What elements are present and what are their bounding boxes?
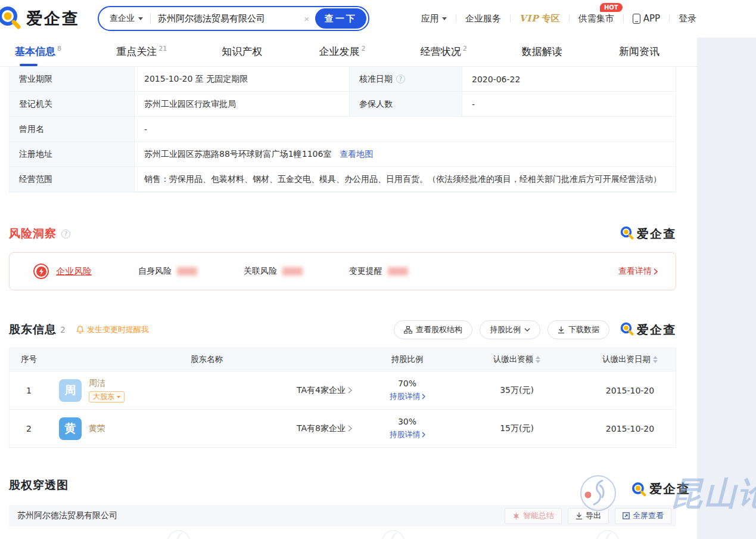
page-side-background — [697, 38, 756, 539]
related-risk-item[interactable]: 关联风险 — [244, 266, 303, 277]
nav-divider — [623, 14, 624, 23]
nav-enterprise-services[interactable]: 企业服务 — [465, 13, 501, 24]
shareholders-table: 序号 股东名称 持股比例 认缴出资额 认缴出资日期 1 周 周洁 大股东 — [9, 348, 676, 448]
major-shareholder-tag[interactable]: 大股东 — [89, 391, 125, 402]
nav-apps[interactable]: 应用 — [421, 13, 447, 24]
chevron-right-icon — [422, 394, 425, 399]
enterprise-risk-link[interactable]: 企业风险 — [56, 266, 92, 277]
search-category-dropdown[interactable]: 查企业 — [99, 13, 150, 24]
nav-supply-market[interactable]: 供需集市 HOT — [578, 13, 614, 24]
chevron-right-icon — [654, 268, 658, 275]
field-label: 曾用名 — [10, 117, 135, 141]
magnifier-logo-icon — [619, 225, 634, 243]
tab-label: 经营状况 — [421, 45, 461, 57]
brand-logo-text: 爱企查 — [26, 8, 80, 29]
sort-icon[interactable] — [536, 356, 540, 363]
view-map-link[interactable]: 查看地图 — [340, 149, 373, 160]
field-value: 销售：劳保用品、包装材料、钢材、五金交电、模具、办公用品、日用百货。（依法须经批… — [135, 167, 676, 191]
ai-summary-button[interactable]: 智能总结 — [505, 508, 562, 524]
chevron-right-icon — [422, 432, 425, 438]
column-header-date[interactable]: 认缴出资日期 — [583, 354, 677, 365]
shareholders-count: 2 — [60, 325, 66, 334]
tab-data-interpretation[interactable]: 数据解读 — [522, 45, 564, 58]
tab-company-development[interactable]: 企业发展2 — [319, 45, 365, 58]
blurred-risk-count — [177, 267, 197, 275]
row-number: 2 — [10, 424, 48, 433]
risk-section-header: 风险洞察 ? 爱企查 — [9, 225, 676, 243]
view-equity-structure-button[interactable]: 查看股权结构 — [394, 320, 472, 339]
holding-detail-link[interactable]: 持股详情 — [390, 429, 425, 440]
shareholders-section-header: 股东信息 2 发生变更时提醒我 查看股权结构 持股比例 下载数据 — [9, 320, 676, 339]
chevron-right-icon — [348, 425, 352, 432]
fullscreen-view-button[interactable]: 全屏查看 — [615, 508, 671, 524]
field-label: 营业期限 — [10, 67, 135, 91]
holding-detail-label: 持股详情 — [390, 429, 421, 440]
tab-label: 数据解读 — [522, 45, 562, 57]
risk-detail-link[interactable]: 查看详情 — [618, 266, 658, 277]
help-icon[interactable]: ? — [396, 75, 405, 83]
tab-key-concerns[interactable]: 重点关注21 — [116, 45, 167, 58]
column-header-amount[interactable]: 认缴出资额 — [450, 354, 583, 365]
column-header-name: 股东名称 — [48, 354, 364, 365]
change-alert-label: 变更提醒 — [349, 266, 382, 277]
nav-login-label: 登录 — [679, 13, 696, 24]
tab-operating-status[interactable]: 经营状况2 — [421, 45, 467, 58]
nav-divider — [669, 14, 670, 23]
subscribed-capital-cell: 15万(元) — [450, 423, 583, 434]
subscribed-date-cell: 2015-10-20 — [583, 386, 677, 395]
vip-zone-label: 专区 — [542, 13, 560, 24]
self-risk-item[interactable]: 自身风险 — [138, 266, 197, 277]
help-icon[interactable]: ? — [61, 230, 70, 238]
fullscreen-view-label: 全屏查看 — [633, 510, 664, 521]
search-input[interactable] — [151, 13, 298, 24]
chevron-down-icon — [138, 17, 143, 20]
shareholders-toolbar: 查看股权结构 持股比例 下载数据 爱企查 — [394, 320, 676, 339]
sort-icon[interactable] — [653, 356, 658, 363]
tab-count: 8 — [57, 45, 61, 52]
field-label: 核准日期 ? — [349, 67, 462, 91]
brand-watermark-text: 爱企查 — [637, 226, 676, 242]
brand-logo[interactable]: 爱企查 — [0, 4, 80, 33]
related-companies-link[interactable]: TA有8家企业 — [297, 423, 354, 434]
search-clear-button[interactable]: × — [298, 14, 315, 24]
blurred-risk-count — [282, 267, 303, 275]
column-header-ratio: 持股比例 — [364, 354, 450, 365]
penetration-section-header: 股权穿透图 — [9, 478, 676, 493]
field-value: - — [462, 92, 676, 116]
holding-ratio-cell: 30% 持股详情 — [364, 417, 450, 440]
chevron-down-icon — [524, 328, 530, 332]
tab-news[interactable]: 新闻资讯 — [619, 45, 661, 58]
avatar: 黄 — [59, 417, 82, 440]
row-number: 1 — [10, 386, 48, 395]
search-submit-button[interactable]: 查一下 — [315, 8, 366, 29]
nav-apps-label: 应用 — [421, 13, 439, 24]
fullscreen-icon — [623, 512, 630, 519]
nav-supply-market-label: 供需集市 — [578, 13, 614, 24]
change-alert-item[interactable]: 变更提醒 — [349, 266, 408, 277]
phone-icon — [633, 14, 640, 24]
nav-vip-zone[interactable]: VIP 专区 — [519, 13, 560, 24]
penetration-actions: 智能总结 导出 全屏查看 — [499, 508, 671, 524]
tab-count: 2 — [361, 45, 365, 52]
tab-intellectual-property[interactable]: 知识产权 — [222, 45, 264, 58]
shareholder-name-link[interactable]: 周洁 — [89, 378, 125, 389]
chevron-down-icon — [117, 396, 120, 398]
field-label: 注册地址 — [10, 142, 135, 166]
risk-shield-icon — [33, 264, 49, 279]
penetration-toolbar: 苏州阿尔德法贸易有限公司 智能总结 导出 全屏查看 — [9, 505, 676, 526]
subscribe-change-alert[interactable]: 发生变更时提醒我 — [76, 324, 149, 335]
shareholder-name-link[interactable]: 黄荣 — [89, 423, 105, 434]
nav-login[interactable]: 登录 — [679, 13, 696, 24]
holding-ratio-filter[interactable]: 持股比例 — [480, 320, 540, 339]
holding-detail-link[interactable]: 持股详情 — [390, 391, 425, 402]
export-button[interactable]: 导出 — [568, 508, 609, 524]
holding-ratio-value: 30% — [398, 417, 416, 426]
tab-basic-info[interactable]: 基本信息8 — [15, 45, 61, 58]
blurred-risk-count — [388, 267, 408, 275]
table-row: 营业期限 2015-10-20 至 无固定期限 核准日期 ? 2020-06-2… — [10, 67, 676, 92]
download-data-button[interactable]: 下载数据 — [547, 320, 609, 339]
related-companies-link[interactable]: TA有4家企业 — [297, 385, 354, 396]
tab-count: 2 — [463, 45, 467, 52]
nav-divider — [510, 14, 511, 23]
nav-app-download[interactable]: APP — [633, 13, 660, 24]
